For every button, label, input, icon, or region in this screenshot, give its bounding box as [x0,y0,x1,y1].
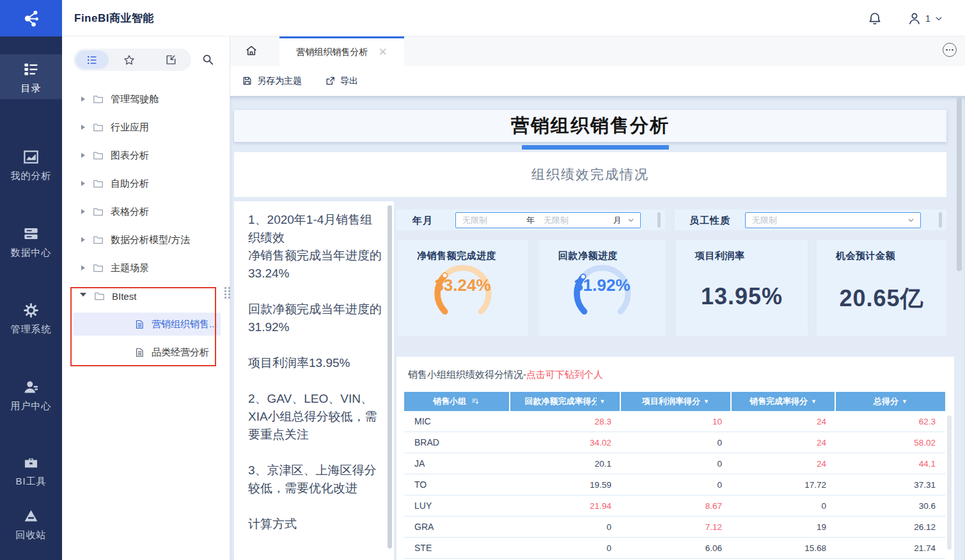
value-cell: 0 [621,474,732,495]
kpi-title: 项目利润率 [695,250,745,262]
notification-bell-icon[interactable] [867,11,883,26]
tree-folder-row[interactable]: 表格分析 [62,198,230,226]
nav-item-label: 用户中心 [0,400,62,412]
tree-folder-row[interactable]: 自助分析 [62,169,230,198]
column-header-label: 项目利润率得分 [642,396,700,407]
tree-item-label: 表格分析 [111,206,149,218]
tree-folder-row[interactable]: 行业应用 [62,113,230,141]
column-header-label: 销售小组 [433,396,466,407]
export-button[interactable]: 导出 [325,66,358,96]
user-menu[interactable]: 1 [907,10,944,27]
section-title: 组织绩效完成情况 [531,166,649,183]
column-header[interactable]: 总得分▼ [836,392,945,411]
table-row[interactable]: TO19.59017.7237.31 [404,474,945,495]
insight-scrollbar[interactable] [388,205,392,548]
tree-item-category-analysis[interactable]: 品类经营分析 [62,338,230,366]
tree-folder-bitest[interactable]: BItest [62,282,230,310]
nav-item-catalog[interactable]: 目录 [0,54,62,99]
table-row[interactable]: LUY21.948.67030.6 [404,495,945,517]
filter-triangle-icon[interactable]: ▼ [902,398,907,405]
table-drill-hint: 点击可下钻到个人 [526,369,603,380]
tree-folder-row[interactable]: 图表分析 [62,141,230,169]
column-header[interactable]: 回款净额完成率得分▼ [510,392,621,411]
filter-triangle-icon[interactable]: ▼ [600,398,606,405]
expander-icon[interactable] [81,265,85,270]
filter-triangle-icon[interactable]: ▼ [703,398,709,405]
panel-resize-handle[interactable] [224,287,230,307]
search-icon[interactable] [201,52,215,66]
expander-icon[interactable] [81,209,85,214]
star-icon[interactable] [109,54,150,66]
table-row[interactable]: GRA07.121926.12 [404,517,945,538]
nav-item-recycle-bin[interactable]: 回收站 [0,505,62,541]
year-month-select[interactable]: 无限制 年 无限制 月 [455,212,641,228]
group-cell: GRA [404,517,510,537]
top-header: FineBI商业智能 1 [0,0,965,36]
insight-text: 1、2020年1-4月销售组织绩效净销售额完成当年进度的33.24%回款净额完成… [248,211,384,551]
column-header[interactable]: 项目利润率得分▼ [621,392,732,411]
table-row[interactable]: BRAD34.0202458.02 [404,432,945,453]
chevron-down-icon [627,216,635,224]
group-cell: LUY [404,495,510,516]
table-row[interactable]: STE06.0615.6821.74 [404,538,945,559]
expander-icon[interactable] [81,97,85,102]
expander-icon[interactable] [80,293,86,299]
tree-item-marketing-sales[interactable]: 营销组织销售... [62,310,230,338]
tree-item-label: 行业应用 [111,121,149,134]
save-as-theme-button[interactable]: 另存为主题 [242,66,302,96]
tab-marketing-sales-analysis[interactable]: 营销组织销售分析 ✕ [279,36,404,66]
tree-folder-row[interactable]: 数据分析模型/方法 [62,226,230,254]
table-scrollbar[interactable] [947,416,952,550]
table-row[interactable]: MIC28.3102462.3 [404,411,945,432]
nav-item-my-analysis[interactable]: 我的分析 [0,146,62,182]
tree-folder-row[interactable]: 管理驾驶舱 [62,85,230,113]
expander-icon[interactable] [81,237,85,242]
nav-item-user-center[interactable]: 用户中心 [0,376,62,412]
value-cell: 24 [732,432,836,453]
expander-icon[interactable] [81,153,85,158]
kpi-title: 回款净额进度 [558,250,618,262]
kpi-title: 机会预计金额 [836,250,895,262]
nav-item-admin-system[interactable]: 管理系统 [0,299,62,336]
user-count: 1 [925,13,930,24]
data-center-icon [0,225,62,242]
nav-item-label: 数据中心 [0,247,62,259]
bi-tools-icon [0,454,62,471]
export-icon [325,75,336,86]
value-cell: 19.59 [510,474,621,495]
filter-scrollbar[interactable] [939,212,942,228]
kpi-title: 净销售额完成进度 [417,250,496,262]
value-cell: 0 [621,453,732,474]
value-cell: 21.74 [836,538,945,558]
tree-folder-row[interactable]: 主题场景 [62,254,230,282]
expander-icon[interactable] [81,125,85,130]
save-icon [242,75,253,86]
group-cell: TO [404,474,510,495]
nav-item-bi-tools[interactable]: BI工具 [0,451,62,488]
home-tab-button[interactable] [244,43,258,58]
column-header[interactable]: 销售小组 [404,392,510,411]
doc-icon [134,319,145,330]
list-view-icon[interactable] [75,51,109,69]
more-options-icon[interactable] [943,43,957,57]
insight-line: 项目利润率13.95% [248,354,384,372]
employee-type-label: 员工性质 [689,215,730,227]
tab-close-icon[interactable]: ✕ [378,47,387,58]
employee-type-select[interactable]: 无限制 [745,212,921,228]
import-icon[interactable] [150,54,192,66]
insight-paragraph: 1、2020年1-4月销售组织绩效净销售额完成当年进度的33.24% [248,211,384,283]
finebi-logo[interactable] [0,0,62,36]
export-label: 导出 [340,75,358,87]
group-cell: BRAD [404,432,510,453]
month-unit: 月 [613,215,622,226]
nav-item-data-center[interactable]: 数据中心 [0,222,62,259]
dashboard-scrollbar[interactable] [957,97,962,271]
user-icon [907,11,922,26]
title-underline [522,145,669,150]
column-header[interactable]: 销售完成率得分▼ [732,392,836,411]
filter-scrollbar[interactable] [657,212,661,228]
expander-icon[interactable] [81,181,85,186]
sort-icon[interactable] [471,397,480,406]
filter-triangle-icon[interactable]: ▼ [811,398,817,405]
table-row[interactable]: JA20.102444.1 [404,453,945,474]
